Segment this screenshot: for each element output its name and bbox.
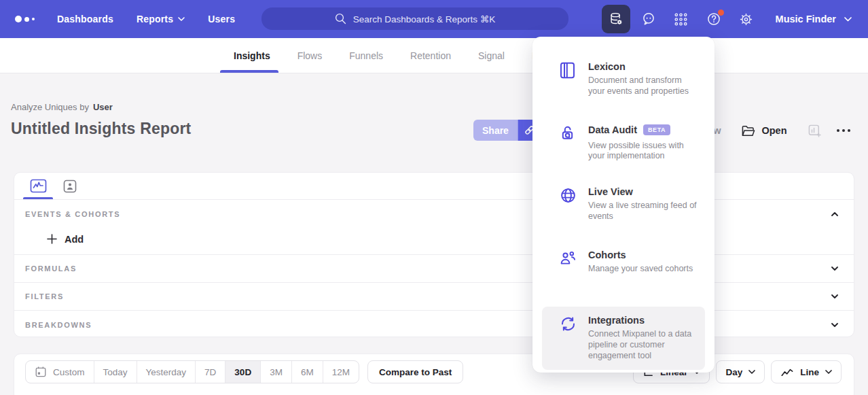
menu-item-data-audit[interactable]: Data Audit BETA View possible issues wit…	[542, 116, 705, 171]
range-6m[interactable]: 6M	[292, 361, 323, 383]
menu-item-integrations[interactable]: Integrations Connect Mixpanel to a data …	[542, 307, 705, 369]
search-placeholder: Search Dashboards & Reports ⌘K	[353, 14, 495, 24]
range-7d[interactable]: 7D	[196, 361, 225, 383]
page-title[interactable]: Untitled Insights Report	[11, 120, 191, 138]
range-3m[interactable]: 3M	[261, 361, 292, 383]
share-button[interactable]: Share	[473, 120, 518, 141]
section-formulas[interactable]: FORMULAS	[14, 255, 854, 283]
settings-gear-icon[interactable]	[732, 5, 761, 33]
add-to-board-icon[interactable]	[808, 124, 822, 138]
chevron-down-icon	[178, 17, 185, 21]
more-options-button[interactable]	[837, 129, 851, 133]
menu-item-live-view[interactable]: Live View View a live streaming feed of …	[542, 178, 705, 230]
project-name: Music Finder	[776, 14, 836, 24]
section-filters[interactable]: FILTERS	[14, 283, 854, 311]
insights-chart-tab-icon[interactable]	[25, 173, 51, 199]
chevron-down-icon	[825, 370, 832, 374]
report-tab-bar: Insights Flows Funnels Retention Signal …	[0, 38, 868, 73]
cohorts-people-icon	[560, 250, 577, 275]
integrations-sync-icon	[560, 315, 577, 361]
analysis-type-value[interactable]: User	[93, 102, 113, 112]
global-search-input[interactable]: Search Dashboards & Reports ⌘K	[261, 7, 568, 30]
beta-badge: BETA	[643, 124, 670, 135]
range-yesterday[interactable]: Yesterday	[137, 361, 196, 383]
section-breakdowns[interactable]: BREAKDOWNS	[14, 311, 854, 337]
tab-signal[interactable]: Signal	[478, 38, 505, 73]
data-management-dropdown-menu: Lexicon Document and transform your even…	[532, 37, 715, 373]
add-event-button[interactable]: Add	[47, 234, 84, 245]
chevron-down-icon	[844, 17, 852, 22]
project-switcher[interactable]: Music Finder	[776, 14, 852, 24]
range-custom[interactable]: Custom	[26, 361, 94, 383]
profiles-tab-icon[interactable]	[57, 173, 83, 199]
range-12m[interactable]: 12M	[323, 361, 359, 383]
chart-type-dropdown[interactable]: Line	[771, 360, 842, 383]
tab-retention[interactable]: Retention	[410, 38, 451, 73]
search-icon	[335, 13, 346, 24]
nav-users[interactable]: Users	[208, 14, 235, 24]
section-events-cohorts-header[interactable]: EVENTS & COHORTS	[14, 200, 854, 224]
lexicon-book-icon	[560, 62, 577, 97]
tab-insights[interactable]: Insights	[234, 38, 270, 73]
chevron-down-icon	[748, 370, 755, 374]
nav-dashboards[interactable]: Dashboards	[57, 14, 113, 24]
tab-flows[interactable]: Flows	[297, 38, 323, 73]
granularity-dropdown[interactable]: Day	[716, 360, 765, 383]
menu-item-cohorts[interactable]: Cohorts Manage your saved cohorts	[542, 241, 705, 283]
chevron-down-icon[interactable]	[831, 294, 839, 299]
notification-dot	[718, 10, 724, 16]
mixpanel-logo-icon[interactable]	[15, 16, 35, 22]
chevron-down-icon[interactable]	[831, 322, 839, 328]
open-report-button[interactable]: Open	[741, 124, 786, 137]
query-builder-panel: EVENTS & COHORTS Add FORMULAS FILTERS BR…	[14, 172, 854, 337]
feedback-bubble-icon[interactable]	[634, 5, 663, 33]
range-today[interactable]: Today	[94, 361, 137, 383]
chevron-up-icon[interactable]	[831, 211, 839, 217]
data-audit-lock-icon	[560, 125, 577, 162]
live-view-globe-icon	[560, 187, 577, 222]
report-subtitle: Analyze Uniques by User	[11, 102, 113, 112]
chevron-down-icon[interactable]	[831, 266, 839, 271]
tab-funnels[interactable]: Funnels	[349, 38, 383, 73]
top-navigation-bar: Dashboards Reports Users Search Dashboar…	[0, 0, 868, 38]
chart-toolbar-panel: Custom Today Yesterday 7D 30D 3M 6M 12M …	[14, 354, 854, 395]
section-events-cohorts: EVENTS & COHORTS Add	[14, 200, 854, 255]
apps-grid-icon[interactable]	[667, 5, 695, 33]
help-icon[interactable]	[700, 5, 728, 33]
calendar-icon	[35, 366, 47, 378]
date-range-segmented-control: Custom Today Yesterday 7D 30D 3M 6M 12M	[25, 360, 359, 383]
plus-icon	[47, 234, 57, 244]
line-chart-icon	[780, 366, 794, 377]
menu-item-lexicon[interactable]: Lexicon Document and transform your even…	[542, 53, 705, 105]
data-management-icon[interactable]	[602, 5, 630, 33]
range-30d[interactable]: 30D	[225, 361, 261, 383]
folder-icon	[741, 124, 755, 137]
nav-reports[interactable]: Reports	[137, 14, 185, 24]
compare-to-past-button[interactable]: Compare to Past	[367, 360, 463, 383]
